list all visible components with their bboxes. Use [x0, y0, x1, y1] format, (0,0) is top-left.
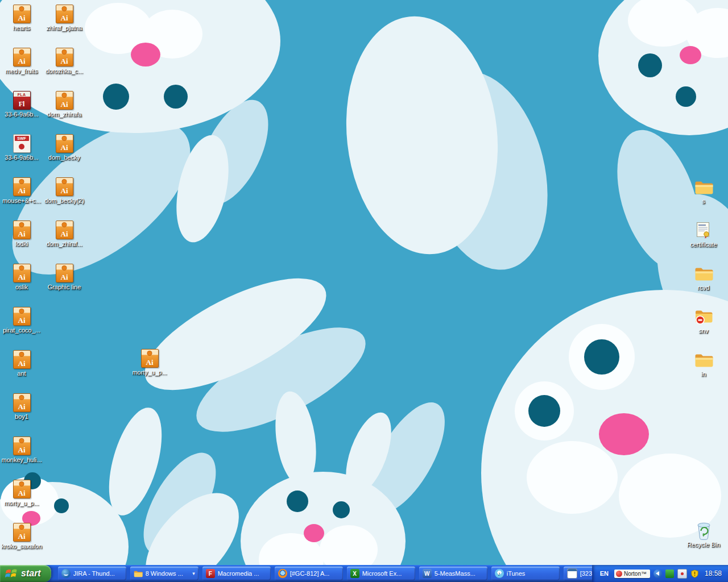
desktop-icon-label: snv	[698, 327, 708, 335]
desktop-icon-snv[interactable]: snv	[682, 307, 725, 335]
ai-glyph: Ai	[56, 273, 73, 281]
desktop-icon-label: morty_u_p...	[132, 369, 167, 376]
desktop-icon-oslik[interactable]: Aioslik	[0, 264, 43, 291]
desktop-icon-rcvd[interactable]: rcvd	[682, 264, 725, 292]
flower-mark-icon	[20, 525, 24, 529]
taskbar-button-label: JIRA - Thund...	[73, 570, 123, 577]
task-buttons: JIRA - Thund...8 Windows ...▾FMacromedia…	[51, 567, 592, 580]
shield-shape	[690, 569, 699, 578]
desktop-icon-morty-u-p[interactable]: Aimorty_u_p...	[0, 480, 43, 507]
start-button[interactable]: start	[0, 565, 51, 582]
flower-mark-icon	[63, 93, 67, 97]
ai-glyph: Ai	[56, 187, 73, 195]
taskbar: start JIRA - Thund...8 Windows ...▾FMacr…	[0, 565, 728, 582]
taskbar-button-label: iTunes	[507, 570, 556, 577]
desktop-icon-label: rcvd	[698, 284, 710, 292]
taskbar-button-gc-812-a[interactable]: [#GC-812] A...	[275, 567, 343, 580]
desktop-icon-dom-becky[interactable]: Aidom_becky	[43, 134, 86, 161]
norton-badge[interactable]: Norton™	[614, 569, 650, 578]
desktop-icon-monkey-huli[interactable]: Aimonkey_huli...	[0, 436, 43, 464]
taskbar-button-label: Microsoft Ex...	[362, 570, 412, 577]
taskbar-button-microsoft-ex[interactable]: XMicrosoft Ex...	[347, 567, 415, 580]
desktop-icon-s[interactable]: s	[682, 177, 725, 205]
desktop-icon-label: oslik	[15, 284, 28, 291]
tray-app-icon[interactable]	[677, 569, 687, 579]
desktop-icon-label: pirat_coco_...	[3, 327, 40, 334]
ai-glyph: Ai	[142, 359, 158, 367]
desktop-icon-label: medv_fruits	[6, 68, 38, 75]
folder-icon	[694, 264, 713, 283]
desktop-icon-lodki[interactable]: Ailodki	[0, 221, 43, 248]
taskbar-button-323-125-76[interactable]: [323-125-76...	[564, 567, 592, 580]
chevron-down-icon: ▾	[192, 571, 195, 576]
language-indicator[interactable]: EN	[598, 569, 611, 578]
desktop-icon-boy1[interactable]: Aiboy1	[0, 393, 43, 421]
illustrator-file-icon: Ai	[13, 436, 31, 455]
desktop-icon-recycle-bin[interactable]: Recycle Bin	[682, 521, 725, 548]
ai-glyph: Ai	[14, 446, 30, 454]
desktop-icon-dom-zhirafa[interactable]: Aidom_zhirafa	[43, 91, 86, 118]
desktop-icon-label: dom_zhiraf...	[46, 240, 82, 248]
taskbar-button-macromedia[interactable]: FMacromedia ...	[202, 567, 271, 580]
desktop-icon-ant[interactable]: Aiant	[0, 350, 43, 377]
taskbar-button-label: 8 Windows ...	[146, 570, 189, 577]
fla-band: FLA	[14, 93, 30, 97]
desktop-icon-dom-zhiraf[interactable]: Aidom_zhiraf...	[43, 221, 86, 248]
desktop-icon-mouse-c[interactable]: Aimouse+&+c...	[0, 177, 43, 205]
desktop-icon-hearts[interactable]: Aihearts	[0, 5, 43, 32]
desktop[interactable]: AiheartsAizhiraf_pjatnaAimedv_fruitsAido…	[0, 0, 728, 565]
ai-glyph: Ai	[14, 57, 30, 65]
document-icon	[567, 568, 577, 579]
desktop-icon-zhiraf-pjatna[interactable]: Aizhiraf_pjatna	[43, 5, 86, 32]
flower-mark-icon	[63, 7, 67, 11]
illustrator-file-icon: Ai	[13, 480, 31, 498]
ai-glyph: Ai	[56, 101, 73, 109]
flower-mark-icon	[20, 266, 24, 270]
illustrator-file-icon: Ai	[13, 523, 31, 542]
taskbar-button-8-windows[interactable]: 8 Windows ...▾	[130, 567, 198, 580]
macromedia-icon: F	[206, 569, 215, 578]
ai-glyph: Ai	[14, 360, 30, 368]
illustrator-file-icon: Ai	[13, 393, 31, 412]
illustrator-file-icon: Ai	[13, 48, 31, 66]
excel-icon: X	[350, 569, 359, 578]
taskbar-button-jira-thund[interactable]: JIRA - Thund...	[58, 567, 126, 580]
desktop-icon-graphic-line[interactable]: AiGraphic line	[43, 264, 86, 291]
tray-arrow-icon[interactable]	[653, 569, 662, 578]
desktop-icon-medv-fruits[interactable]: Aimedv_fruits	[0, 48, 43, 75]
tray-network-icon[interactable]	[665, 569, 674, 578]
desktop-icon-certificate[interactable]: certificate	[682, 221, 725, 248]
desktop-icon-morty-u-p[interactable]: Aimorty_u_p...	[128, 349, 171, 376]
flower-mark-icon	[63, 136, 67, 140]
flower-mark-icon	[63, 266, 67, 270]
desktop-icon-dorozhka-c[interactable]: Aidorozhka_c...	[43, 48, 86, 75]
ai-glyph: Ai	[14, 533, 30, 541]
recycle-bin-icon	[694, 521, 713, 540]
taskbar-button-5-measmass[interactable]: W5-MeasMass...	[419, 567, 487, 580]
word-icon: W	[423, 569, 432, 578]
norton-icon	[616, 571, 622, 577]
desktop-icon-label: ant	[17, 370, 26, 377]
desktop-icon-pirat-coco[interactable]: Aipirat_coco_...	[0, 307, 43, 334]
ai-glyph: Ai	[14, 489, 30, 497]
desktop-icon-label: lodki	[15, 240, 28, 248]
desktop-icon-dom-becky-2[interactable]: Aidom_becky(2)	[43, 177, 86, 205]
flower-mark-icon	[20, 352, 24, 356]
flower-mark-icon	[63, 223, 67, 227]
desktop-icon-33-6-9a6b[interactable]: FLAFl33-6-9a6b...	[0, 91, 43, 118]
ai-glyph: Ai	[56, 230, 73, 238]
folder-icon	[694, 177, 713, 197]
desktop-icon-label: 33-6-9a6b...	[5, 111, 38, 118]
desktop-icon-in[interactable]: in	[682, 350, 725, 378]
desktop-icon-label: hearts	[13, 24, 31, 32]
illustrator-file-icon: Ai	[56, 134, 73, 153]
clock[interactable]: 18:58	[705, 569, 722, 577]
illustrator-file-icon: Ai	[56, 5, 73, 23]
desktop-icon-33-6-9a6b[interactable]: SWF33-6-9a6b...	[0, 134, 43, 161]
security-shield-icon[interactable]	[690, 569, 699, 578]
desktop-icon-label: mouse+&+c...	[2, 197, 41, 205]
itunes-icon: ♪	[495, 569, 504, 578]
desktop-icon-kroko-saxafon[interactable]: Aikroko_saxafon	[0, 523, 43, 550]
illustrator-file-icon: Ai	[13, 221, 31, 239]
taskbar-button-itunes[interactable]: ♪iTunes	[491, 567, 560, 580]
